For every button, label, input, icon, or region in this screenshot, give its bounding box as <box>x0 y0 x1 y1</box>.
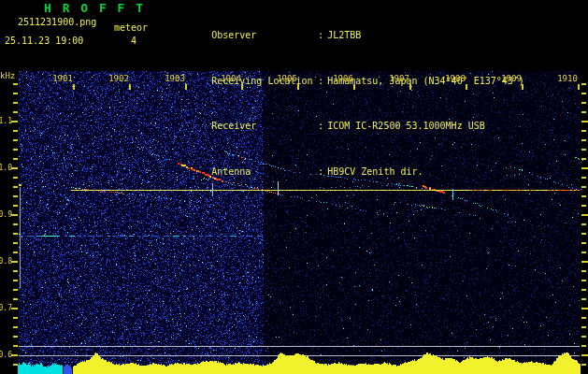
spectrogram-canvas <box>0 0 588 374</box>
hrofft-output-window: H R O F F T 2511231900.png meteor 25.11.… <box>0 0 588 374</box>
